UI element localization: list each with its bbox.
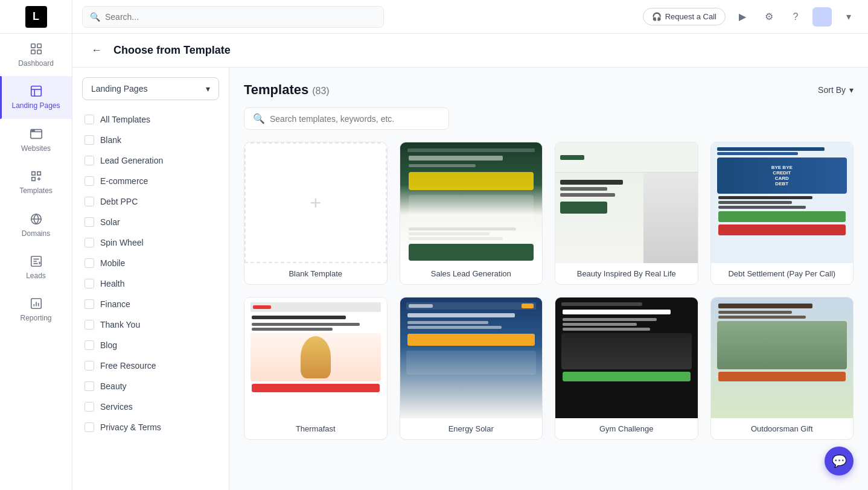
filter-checkbox-lead-gen[interactable] (85, 156, 94, 165)
sidebar-item-reporting[interactable]: Reporting (0, 288, 72, 331)
template-preview-energy-solar (400, 298, 543, 418)
template-card-beauty-real-life[interactable]: Beauty Inspired By Real Life (555, 142, 698, 285)
template-preview-blank: + (244, 142, 387, 263)
dropdown-chevron[interactable]: ▾ (839, 7, 858, 27)
logo-area: L (0, 0, 72, 34)
filter-label-finance: Finance (100, 299, 130, 309)
svg-point-8 (31, 130, 33, 131)
filter-checkbox-spin-wheel[interactable] (85, 238, 94, 247)
filter-item-lead-gen[interactable]: Lead Generation (82, 151, 219, 170)
templates-count: (83) (312, 86, 329, 97)
template-card-sales-lead[interactable]: Sales Lead Generation (400, 142, 543, 285)
template-card-thermafast[interactable]: Thermafast (244, 297, 388, 440)
sidebar-item-landing-pages[interactable]: Landing Pages (0, 76, 72, 118)
filter-checkbox-mobile[interactable] (85, 258, 94, 268)
sidebar-item-leads[interactable]: Leads (0, 246, 72, 288)
filter-checkbox-health[interactable] (85, 279, 94, 288)
templates-grid: + Blank Template Sales Lead Generation B… (244, 142, 854, 440)
templates-icon (30, 170, 43, 183)
filter-item-beauty[interactable]: Beauty (82, 377, 219, 396)
template-search-icon: 🔍 (253, 113, 265, 124)
filter-checkbox-blog[interactable] (85, 340, 94, 350)
sort-by-button[interactable]: Sort By ▾ (818, 85, 854, 95)
dashboard-icon (30, 42, 43, 56)
sidebar-label-leads: Leads (26, 272, 46, 280)
template-preview-beauty-real-life (555, 142, 698, 263)
filter-sidebar: Landing Pages ▾ All Templates Blank Lead… (72, 68, 229, 490)
filter-item-mobile[interactable]: Mobile (82, 253, 219, 273)
filter-label-lead-gen: Lead Generation (100, 156, 163, 165)
filter-checkbox-solar[interactable] (85, 217, 94, 227)
filter-label-blank: Blank (100, 135, 121, 145)
content-area: Landing Pages ▾ All Templates Blank Lead… (72, 68, 868, 490)
search-bar[interactable]: 🔍 (82, 6, 384, 28)
filter-item-ecommerce[interactable]: E-commerce (82, 171, 219, 191)
filter-checkbox-privacy-terms[interactable] (85, 422, 94, 432)
filter-checkbox-all[interactable] (85, 115, 94, 124)
filter-list: All Templates Blank Lead Generation E-co… (82, 110, 219, 437)
settings-button[interactable]: ⚙ (759, 7, 779, 27)
filter-item-all[interactable]: All Templates (82, 110, 219, 129)
sidebar-label-dashboard: Dashboard (18, 59, 54, 68)
filter-item-health[interactable]: Health (82, 274, 219, 293)
sort-by-label: Sort By (818, 85, 846, 95)
sidebar-label-landing-pages: Landing Pages (11, 101, 60, 110)
request-call-button[interactable]: 🎧 Request a Call (643, 8, 726, 25)
filter-label-debt-ppc: Debt PPC (100, 197, 138, 206)
template-preview-gym-challenge (555, 298, 698, 418)
video-button[interactable]: ▶ (733, 7, 752, 27)
filter-item-debt-ppc[interactable]: Debt PPC (82, 192, 219, 211)
template-card-gym-challenge[interactable]: Gym Challenge (555, 297, 698, 440)
filter-checkbox-finance[interactable] (85, 299, 94, 309)
template-search-bar[interactable]: 🔍 (244, 107, 449, 130)
dropdown-label: Landing Pages (91, 84, 147, 94)
filter-item-blank[interactable]: Blank (82, 130, 219, 150)
filter-label-free-resource: Free Resource (100, 361, 156, 371)
filter-item-services[interactable]: Services (82, 397, 219, 416)
filter-item-free-resource[interactable]: Free Resource (82, 356, 219, 375)
filter-checkbox-beauty[interactable] (85, 381, 94, 391)
filter-checkbox-ecommerce[interactable] (85, 176, 94, 186)
page-title: Choose from Template (113, 44, 231, 57)
sidebar-item-dashboard[interactable]: Dashboard (0, 34, 72, 76)
search-input[interactable] (105, 12, 376, 22)
filter-item-solar[interactable]: Solar (82, 212, 219, 232)
topbar-right: 🎧 Request a Call ▶ ⚙ ? ▾ (643, 7, 858, 27)
svg-rect-1 (37, 44, 40, 48)
template-card-outdoorsman[interactable]: Outdoorsman Gift (710, 297, 854, 440)
help-button[interactable]: ? (786, 7, 805, 27)
filter-item-blog[interactable]: Blog (82, 336, 219, 355)
sidebar-label-domains: Domains (22, 229, 50, 238)
template-name-debt-settlement: Debt Settlement (Pay Per Call) (711, 263, 854, 284)
filter-checkbox-services[interactable] (85, 402, 94, 412)
page-type-dropdown[interactable]: Landing Pages ▾ (82, 77, 219, 100)
filter-checkbox-blank[interactable] (85, 135, 94, 145)
sidebar-item-domains[interactable]: Domains (0, 204, 72, 246)
filter-checkbox-debt-ppc[interactable] (85, 197, 94, 206)
filter-checkbox-thank-you[interactable] (85, 320, 94, 329)
template-card-energy-solar[interactable]: Energy Solar (400, 297, 543, 440)
svg-rect-4 (31, 86, 41, 97)
filter-item-privacy-terms[interactable]: Privacy & Terms (82, 418, 219, 437)
sidebar-item-templates[interactable]: Templates (0, 161, 72, 203)
filter-item-finance[interactable]: Finance (82, 294, 219, 314)
template-card-debt-settlement[interactable]: BYE BYECREDITCARDDEBT Debt Settlement (P… (710, 142, 854, 285)
back-button[interactable]: ← (87, 41, 106, 60)
leads-icon (30, 255, 43, 268)
template-search-input[interactable] (270, 114, 440, 124)
template-name-beauty-real-life: Beauty Inspired By Real Life (555, 263, 698, 284)
logo-icon: L (25, 6, 47, 28)
sidebar-label-reporting: Reporting (20, 314, 51, 322)
filter-item-thank-you[interactable]: Thank You (82, 315, 219, 334)
chat-bubble[interactable]: 💬 (825, 447, 854, 476)
filter-checkbox-free-resource[interactable] (85, 361, 94, 371)
main-area: 🔍 🎧 Request a Call ▶ ⚙ ? ▾ ← Choose from… (72, 0, 868, 490)
template-card-blank[interactable]: + Blank Template (244, 142, 388, 285)
request-call-label: Request a Call (665, 12, 716, 21)
filter-item-spin-wheel[interactable]: Spin Wheel (82, 233, 219, 252)
avatar[interactable] (812, 7, 832, 27)
template-name-gym-challenge: Gym Challenge (555, 418, 698, 439)
search-icon: 🔍 (90, 12, 100, 22)
template-preview-sales-lead (400, 142, 543, 263)
sidebar-item-websites[interactable]: Websites (0, 119, 72, 161)
